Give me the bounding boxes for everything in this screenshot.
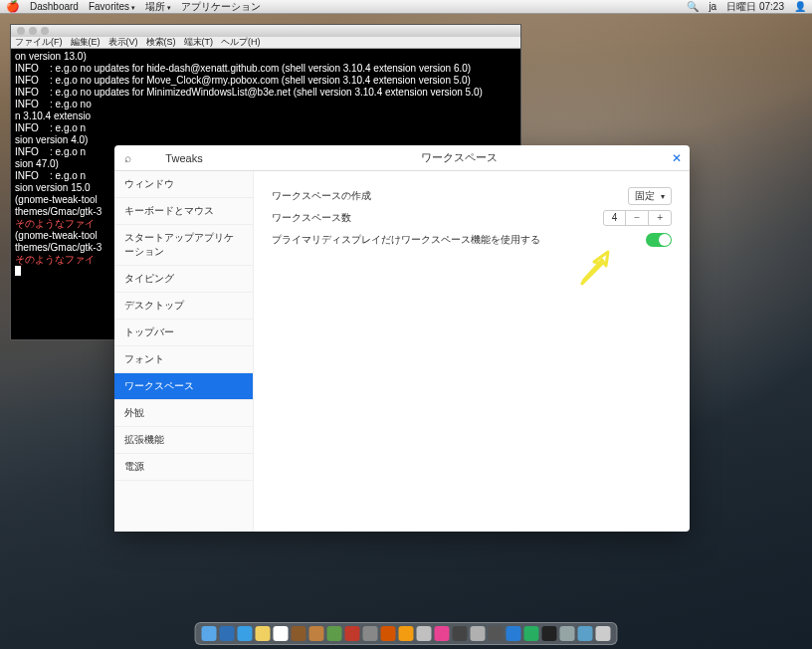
close-icon[interactable] bbox=[17, 27, 25, 35]
dock-item-tool[interactable] bbox=[363, 626, 378, 641]
dock-item-finder[interactable] bbox=[202, 626, 217, 641]
sidebar-item[interactable]: 電源 bbox=[114, 454, 253, 481]
tweaks-window: ⌕ Tweaks ワークスペース ✕ ウィンドウキーボードとマウススタートアップ… bbox=[114, 145, 690, 532]
count-value: 4 bbox=[604, 211, 627, 225]
setting-primary-toggle[interactable] bbox=[646, 233, 672, 247]
dock-item-brasero[interactable] bbox=[345, 626, 360, 641]
sidebar-item[interactable]: ウィンドウ bbox=[114, 171, 253, 198]
cursor bbox=[15, 266, 21, 276]
stepper-minus[interactable]: − bbox=[626, 211, 649, 225]
dock-item-safari[interactable] bbox=[238, 626, 253, 641]
dock-item-preview[interactable] bbox=[327, 626, 342, 641]
close-icon[interactable]: ✕ bbox=[672, 151, 682, 165]
dock-item-notes[interactable] bbox=[256, 626, 271, 641]
menu-dashboard[interactable]: Dashboard bbox=[30, 1, 79, 12]
dock-item-transmission[interactable] bbox=[381, 626, 396, 641]
system-menubar: 🍎 Dashboard Favorites▾ 場所▾ アプリケーション 🔍 ja… bbox=[0, 0, 812, 14]
dock-item-terminal[interactable] bbox=[542, 626, 557, 641]
sidebar-item[interactable]: 拡張機能 bbox=[114, 427, 253, 454]
minimize-icon[interactable] bbox=[29, 27, 37, 35]
terminal-line: n 3.10.4 extensio bbox=[15, 110, 516, 122]
sidebar-item[interactable]: キーボードとマウス bbox=[114, 198, 253, 225]
dock-item-video[interactable] bbox=[453, 626, 468, 641]
chevron-down-icon: ▾ bbox=[661, 192, 665, 201]
tweaks-panel-title: ワークスペース bbox=[254, 150, 664, 165]
sidebar-item[interactable]: フォント bbox=[114, 346, 253, 373]
terminal-line: INFO : e.g.o n bbox=[15, 122, 516, 134]
dock-item-activity[interactable] bbox=[507, 626, 521, 641]
search-icon[interactable]: 🔍 bbox=[687, 1, 699, 12]
tweaks-header: ⌕ Tweaks ワークスペース ✕ bbox=[114, 145, 690, 171]
dock-item-rhythmbox[interactable] bbox=[417, 626, 432, 641]
tweaks-sidebar: ウィンドウキーボードとマウススタートアップアプリケーションタイピングデスクトップ… bbox=[114, 171, 254, 532]
sidebar-item[interactable]: トップバー bbox=[114, 320, 253, 346]
sidebar-item[interactable]: 外観 bbox=[114, 400, 253, 427]
term-menu-terminal[interactable]: 端末(T) bbox=[184, 36, 214, 49]
tweaks-app-title: Tweaks bbox=[114, 152, 254, 164]
sidebar-item[interactable]: ワークスペース bbox=[114, 373, 253, 400]
term-menu-file[interactable]: ファイル(F) bbox=[15, 36, 63, 49]
dock-item-calculator[interactable] bbox=[292, 626, 306, 641]
dock-item-store[interactable] bbox=[220, 626, 235, 641]
term-menu-edit[interactable]: 編集(E) bbox=[71, 36, 101, 49]
setting-creation-dropdown[interactable]: 固定 ▾ bbox=[628, 187, 672, 205]
dock-item-display[interactable] bbox=[578, 626, 593, 641]
dock-item-time[interactable] bbox=[524, 626, 539, 641]
dock-item-chess[interactable] bbox=[309, 626, 324, 641]
stepper-plus[interactable]: + bbox=[649, 211, 671, 225]
dock-item-recorder[interactable] bbox=[489, 626, 504, 641]
terminal-line: INFO : e.g.o no bbox=[15, 99, 516, 110]
menu-favorites[interactable]: Favorites▾ bbox=[89, 1, 135, 12]
dock-item-chat[interactable] bbox=[399, 626, 414, 641]
menu-applications[interactable]: アプリケーション bbox=[181, 0, 261, 14]
sidebar-item[interactable]: タイピング bbox=[114, 266, 253, 293]
terminal-line: INFO : e.g.o no updates for hide-dash@xe… bbox=[15, 63, 516, 75]
apple-menu-icon[interactable]: 🍎 bbox=[6, 1, 20, 12]
terminal-line: INFO : e.g.o no updates for Move_Clock@r… bbox=[15, 75, 516, 87]
setting-count-label: ワークスペース数 bbox=[272, 211, 351, 225]
annotation-arrow bbox=[572, 246, 620, 294]
sidebar-item[interactable]: デスクトップ bbox=[114, 293, 253, 320]
dock-item-calendar[interactable] bbox=[274, 626, 289, 641]
sidebar-item[interactable]: スタートアップアプリケーション bbox=[114, 225, 253, 266]
dock-item-trash[interactable] bbox=[596, 626, 611, 641]
dock-item-dictionary[interactable] bbox=[471, 626, 486, 641]
setting-creation-label: ワークスペースの作成 bbox=[272, 189, 371, 203]
input-lang[interactable]: ja bbox=[709, 1, 716, 12]
dock-item-itunes[interactable] bbox=[435, 626, 450, 641]
clock[interactable]: 日曜日 07:23 bbox=[726, 0, 784, 14]
tweaks-panel: ワークスペースの作成 固定 ▾ ワークスペース数 4 − + プライマリディスプ… bbox=[254, 171, 690, 532]
maximize-icon[interactable] bbox=[41, 27, 49, 35]
terminal-line: on version 13.0) bbox=[15, 51, 516, 63]
term-menu-help[interactable]: ヘルプ(H) bbox=[221, 36, 261, 49]
setting-primary-label: プライマリディスプレイだけワークスペース機能を使用する bbox=[272, 233, 540, 247]
terminal-titlebar[interactable] bbox=[11, 25, 520, 37]
dock-item-settings[interactable] bbox=[560, 626, 575, 641]
menu-places[interactable]: 場所▾ bbox=[145, 0, 171, 14]
dock bbox=[195, 622, 618, 645]
setting-count-stepper[interactable]: 4 − + bbox=[603, 210, 672, 226]
terminal-menubar: ファイル(F) 編集(E) 表示(V) 検索(S) 端末(T) ヘルプ(H) bbox=[11, 37, 520, 49]
term-menu-search[interactable]: 検索(S) bbox=[146, 36, 176, 49]
user-menu-icon[interactable]: 👤 bbox=[794, 1, 806, 12]
terminal-line: INFO : e.g.o no updates for MinimizedWin… bbox=[15, 87, 516, 99]
term-menu-view[interactable]: 表示(V) bbox=[108, 36, 138, 49]
